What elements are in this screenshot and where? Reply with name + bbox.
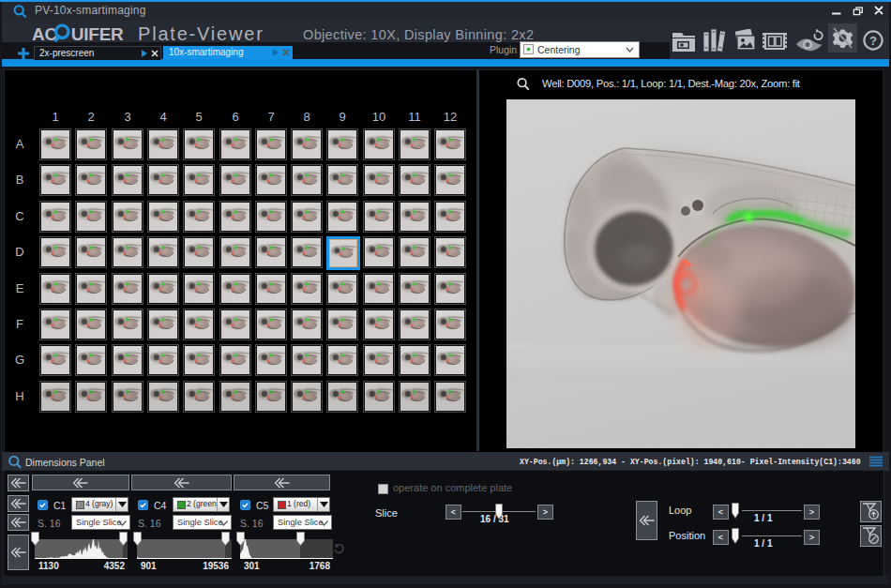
svg-text:?: ? <box>869 34 877 48</box>
